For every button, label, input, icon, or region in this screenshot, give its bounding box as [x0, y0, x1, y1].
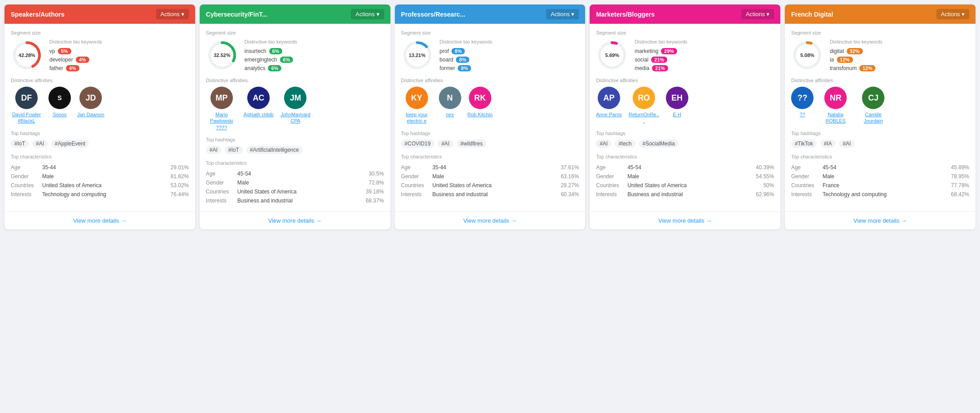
- hashtag[interactable]: #IoT: [225, 146, 243, 154]
- affinity-item[interactable]: ROReturnOnRe...: [628, 87, 660, 124]
- segment-row: 5.08%Distinctive bio keywordsdigital32%i…: [791, 39, 969, 71]
- hashtag[interactable]: #COVID19: [401, 140, 434, 148]
- hashtag[interactable]: #ArtificialIntelligence: [246, 146, 302, 154]
- hashtags-label: Top hashtags: [791, 131, 969, 136]
- keyword-badge: 12%: [837, 57, 853, 63]
- view-more-link[interactable]: View more details →: [200, 211, 390, 229]
- view-more-link[interactable]: View more details →: [590, 211, 780, 229]
- hashtags-label: Top hashtags: [401, 131, 579, 136]
- hashtag[interactable]: #AI: [839, 140, 854, 148]
- affinity-name[interactable]: Anne Parris: [596, 111, 621, 118]
- hashtag[interactable]: #tech: [615, 140, 635, 148]
- card-header-marketers-bloggers: Marketers/BloggersActions ▾: [590, 4, 780, 24]
- affinity-item[interactable]: CJCamille Jourdain: [858, 87, 889, 124]
- characteristics-table: Age45-5445.89%GenderMale78.95%CountriesF…: [791, 163, 969, 199]
- char-value: Business and industrial: [237, 196, 350, 205]
- char-percent: 29.27%: [544, 181, 579, 190]
- affinity-item[interactable]: JMJohnMaynardCPA: [280, 87, 311, 131]
- affinity-name[interactable]: David Fowler #BlackL: [11, 111, 42, 124]
- char-percent: 54.55%: [739, 172, 774, 181]
- affinity-name[interactable]: keep your electric e: [401, 111, 433, 124]
- keyword-badge: 8%: [451, 48, 465, 54]
- affinity-item[interactable]: Nnex: [439, 87, 461, 124]
- hashtag[interactable]: #AI: [596, 140, 611, 148]
- actions-button[interactable]: Actions ▾: [936, 9, 969, 19]
- char-label: Age: [206, 169, 237, 178]
- keyword-tag: ia12%: [830, 57, 882, 63]
- affinity-item[interactable]: ????: [791, 87, 814, 124]
- affinity-name[interactable]: Mario Pawlowski ????: [206, 111, 237, 131]
- affinity-item[interactable]: ACAghiath chbib: [244, 87, 274, 131]
- hashtag[interactable]: #SocialMedia: [639, 140, 678, 148]
- card-body: Segment size 5.08%Distinctive bio keywor…: [785, 24, 976, 211]
- keyword-text: transfonum: [830, 65, 857, 71]
- hashtag[interactable]: #AI: [438, 140, 453, 148]
- hashtags-section: Top hashtags#TikTok#IA#AI: [791, 131, 969, 148]
- donut-chart: 32.52%: [206, 39, 238, 71]
- characteristics-table: Age35-4429.01%GenderMale81.82%CountriesU…: [11, 163, 189, 199]
- char-label: Age: [791, 163, 822, 172]
- avatar: NR: [824, 87, 847, 109]
- char-label: Countries: [206, 187, 237, 196]
- view-more-link[interactable]: View more details →: [395, 211, 586, 229]
- keywords-label: Distinctive bio keywords: [440, 39, 492, 44]
- affinity-name[interactable]: Natalia ROBLES: [820, 111, 851, 124]
- characteristics-table: Age45-5440.39%GenderMale54.55%CountriesU…: [596, 163, 774, 199]
- char-value: United States of America: [42, 181, 156, 190]
- affinity-name[interactable]: Rob Kitchin: [468, 111, 493, 118]
- affinity-item[interactable]: MPMario Pawlowski ????: [206, 87, 237, 131]
- affinity-item[interactable]: EHE H: [666, 87, 688, 124]
- affinity-item[interactable]: NRNatalia ROBLES: [820, 87, 851, 124]
- affinity-item[interactable]: DFDavid Fowler #BlackL: [11, 87, 42, 124]
- view-more-link[interactable]: View more details →: [4, 211, 195, 229]
- hashtag[interactable]: #IoT: [11, 140, 29, 148]
- hashtag[interactable]: #TikTok: [791, 140, 817, 148]
- affinity-name[interactable]: Jan Dawson: [77, 111, 105, 118]
- char-percent: 37.61%: [544, 163, 579, 172]
- avatar: EH: [666, 87, 688, 109]
- actions-button[interactable]: Actions ▾: [546, 9, 579, 19]
- actions-button[interactable]: Actions ▾: [351, 9, 384, 19]
- affinity-name[interactable]: JohnMaynardCPA: [280, 111, 311, 124]
- affinity-name[interactable]: ??: [800, 111, 805, 118]
- characteristics-table: Age45-5430.5%GenderMale72.8%CountriesUni…: [206, 169, 384, 205]
- hashtag[interactable]: #AppleEvent: [51, 140, 89, 148]
- hashtag[interactable]: #IA: [820, 140, 836, 148]
- donut-label: 42.28%: [18, 53, 35, 58]
- affinity-item[interactable]: JDJan Dawson: [77, 87, 105, 124]
- donut-label: 5.08%: [801, 53, 814, 58]
- actions-button[interactable]: Actions ▾: [741, 9, 774, 19]
- char-value: Technology and computing: [42, 190, 156, 199]
- characteristics-label: Top characteristics: [596, 154, 774, 159]
- hashtag[interactable]: #AI: [32, 140, 48, 148]
- char-label: Gender: [791, 172, 822, 181]
- affinity-item[interactable]: SSonos: [48, 87, 71, 124]
- view-more-link[interactable]: View more details →: [785, 211, 976, 229]
- char-percent: 76.44%: [156, 190, 189, 199]
- char-label: Gender: [596, 172, 627, 181]
- affinity-item[interactable]: KYkeep your electric e: [401, 87, 433, 124]
- affinity-name[interactable]: Aghiath chbib: [244, 111, 274, 118]
- keyword-badge: 21%: [651, 57, 667, 63]
- hashtag[interactable]: #AI: [206, 146, 221, 154]
- affinity-item[interactable]: APAnne Parris: [596, 87, 621, 124]
- keyword-tag: former8%: [440, 65, 492, 71]
- hashtag[interactable]: #wildfires: [457, 140, 486, 148]
- affinity-name[interactable]: Sonos: [52, 111, 66, 118]
- segment-row: 5.69%Distinctive bio keywordsmarketing29…: [596, 39, 774, 71]
- affinity-name[interactable]: Camille Jourdain: [858, 111, 889, 124]
- keywords-label: Distinctive bio keywords: [245, 39, 297, 44]
- donut-label: 32.52%: [214, 53, 230, 58]
- affinities-section: Distinctive affinitiesDFDavid Fowler #Bl…: [11, 78, 189, 124]
- keywords-list: digital32%ia12%transfonum12%: [830, 48, 882, 71]
- keyword-badge: 4%: [66, 65, 79, 71]
- char-label: Interests: [596, 190, 627, 199]
- affinity-name[interactable]: ReturnOnRe...: [628, 111, 660, 124]
- affinity-name[interactable]: E H: [673, 111, 681, 118]
- affinity-item[interactable]: RKRob Kitchin: [468, 87, 493, 124]
- card-title: Marketers/Bloggers: [596, 11, 655, 18]
- affinity-name[interactable]: nex: [446, 111, 454, 118]
- actions-button[interactable]: Actions ▾: [156, 9, 189, 19]
- table-row: CountriesUnited States of America29.27%: [401, 181, 579, 190]
- char-value: 45-54: [627, 163, 739, 172]
